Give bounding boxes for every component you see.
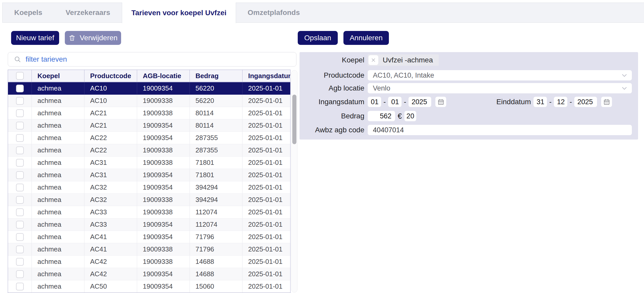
row-checkbox[interactable] [16,109,24,117]
table-cell: 2025-01-01 [242,132,290,144]
row-checkbox-cell [8,268,32,280]
table-row[interactable]: achmeaAC2119009338801142025-01-01 [8,107,290,119]
agb-row: Agb locatie Venlo [300,83,632,93]
row-checkbox[interactable] [16,233,24,241]
table-cell: 2025-01-01 [242,144,290,156]
table-cell: achmea [32,243,84,255]
table-row[interactable]: achmeaAC22190093542873552025-01-01 [8,132,290,144]
table-row[interactable]: achmeaAC1019009338562202025-01-01 [8,95,290,107]
row-checkbox[interactable] [16,283,24,290]
tab-tarieven[interactable]: Tarieven voor koepel Uvfzei [122,3,236,23]
date-separator: - [549,98,552,106]
bedrag-euros-input[interactable] [368,111,395,121]
ingangsdatum-year-input[interactable] [409,97,431,107]
table-row[interactable]: achmeaAC33190093381120742025-01-01 [8,206,290,218]
table-cell: achmea [32,256,84,268]
chip-remove-button[interactable] [368,55,378,65]
table-row[interactable]: achmeaAC4219009338146882025-01-01 [8,256,290,268]
row-checkbox[interactable] [16,134,24,142]
einddatum-label: Einddatum [465,98,533,106]
cancel-label: Annuleren [350,34,383,42]
row-checkbox[interactable] [16,196,24,204]
save-button[interactable]: Opslaan [298,31,338,45]
row-checkbox[interactable] [16,159,24,167]
table-row[interactable]: achmeaAC1019009354562202025-01-01 [8,82,290,95]
table-cell: 2025-01-01 [242,231,290,243]
row-checkbox[interactable] [16,208,24,216]
ingangsdatum-day-input[interactable] [368,97,381,107]
table-row[interactable]: achmeaAC4119009354717962025-01-01 [8,231,290,243]
ingangsdatum-month-input[interactable] [388,97,402,107]
select-all-checkbox[interactable] [16,72,24,80]
date-separator: - [404,98,406,106]
table-cell: 2025-01-01 [242,119,290,132]
row-checkbox[interactable] [16,97,24,105]
tariffs-table: Koepel Productcode AGB-locatie Bedrag In… [8,70,290,293]
table-row[interactable]: achmeaAC22190093382873552025-01-01 [8,144,290,157]
new-tariff-button[interactable]: Nieuw tarief [11,31,59,45]
awbz-agb-code-input[interactable] [368,125,632,135]
table-row[interactable]: achmeaAC33190093541120742025-01-01 [8,218,290,231]
tab-verzekeraars[interactable]: Verzekeraars [54,3,122,22]
table-row[interactable]: achmeaAC3119009354718012025-01-01 [8,169,290,181]
row-checkbox-cell [8,132,32,144]
chevron-down-icon [621,71,628,79]
table-cell: 19009338 [137,144,190,156]
header-bedrag: Bedrag [190,70,242,82]
einddatum-month-input[interactable] [554,97,567,107]
table-cell: 19009338 [137,243,190,255]
awbz-agb-code-label: Awbz agb code [300,126,368,134]
table-scrollbar-track[interactable] [291,70,297,292]
row-checkbox[interactable] [16,85,24,92]
table-row[interactable]: achmeaAC3119009338718012025-01-01 [8,157,290,169]
row-checkbox[interactable] [16,221,24,229]
table-cell: 2025-01-01 [242,206,290,218]
row-checkbox[interactable] [16,246,24,253]
table-row[interactable]: achmeaAC4219009354146882025-01-01 [8,268,290,280]
row-checkbox[interactable] [16,122,24,129]
tab-omzetplafonds[interactable]: Omzetplafonds [236,3,311,22]
table-row[interactable]: achmeaAC4119009338717962025-01-01 [8,243,290,256]
header-koepel: Koepel [32,70,84,82]
table-cell: achmea [32,181,84,193]
delete-button[interactable]: Verwijderen [65,31,121,45]
table-cell: 394294 [190,181,242,193]
row-checkbox-cell [8,107,32,119]
table-cell: 80114 [190,119,242,132]
agb-locatie-label: Agb locatie [300,84,368,92]
filter-input[interactable] [26,55,296,63]
einddatum-year-input[interactable] [574,97,597,107]
bedrag-cents-input[interactable] [404,111,416,121]
table-cell: 287355 [190,132,242,144]
table-row[interactable]: achmeaAC32190093383942942025-01-01 [8,194,290,206]
row-checkbox-cell [8,194,32,206]
bedrag-label: Bedrag [300,112,368,120]
productcode-select[interactable]: AC10, AC10, Intake [368,70,632,80]
einddatum-calendar-button[interactable] [601,97,612,107]
save-label: Opslaan [304,34,331,42]
table-cell: 2025-01-01 [242,194,290,206]
table-row[interactable]: achmeaAC5019009354150602025-01-01 [8,280,290,293]
row-checkbox[interactable] [16,146,24,154]
chevron-down-icon [621,84,628,92]
table-row[interactable]: achmeaAC2119009354801142025-01-01 [8,119,290,132]
table-cell: achmea [32,194,84,206]
table-cell: 19009338 [137,107,190,119]
row-checkbox[interactable] [16,258,24,266]
tariff-form-panel: Koepel Uvfzei -achmea Productcode AC10, … [300,52,638,140]
tab-koepels[interactable]: Koepels [3,3,54,22]
agb-locatie-select[interactable]: Venlo [368,83,632,93]
awbz-row: Awbz agb code [300,125,632,135]
table-cell: achmea [32,280,84,292]
row-checkbox[interactable] [16,171,24,179]
ingangsdatum-calendar-button[interactable] [435,97,446,107]
einddatum-day-input[interactable] [533,97,547,107]
row-checkbox[interactable] [16,270,24,278]
scrollbar-thumb[interactable] [292,95,296,144]
table-cell: 14688 [190,268,242,280]
cancel-button[interactable]: Annuleren [343,31,389,45]
row-checkbox-cell [8,243,32,255]
row-checkbox[interactable] [16,184,24,191]
table-cell: AC10 [84,82,137,94]
table-row[interactable]: achmeaAC32190093543942942025-01-01 [8,181,290,194]
